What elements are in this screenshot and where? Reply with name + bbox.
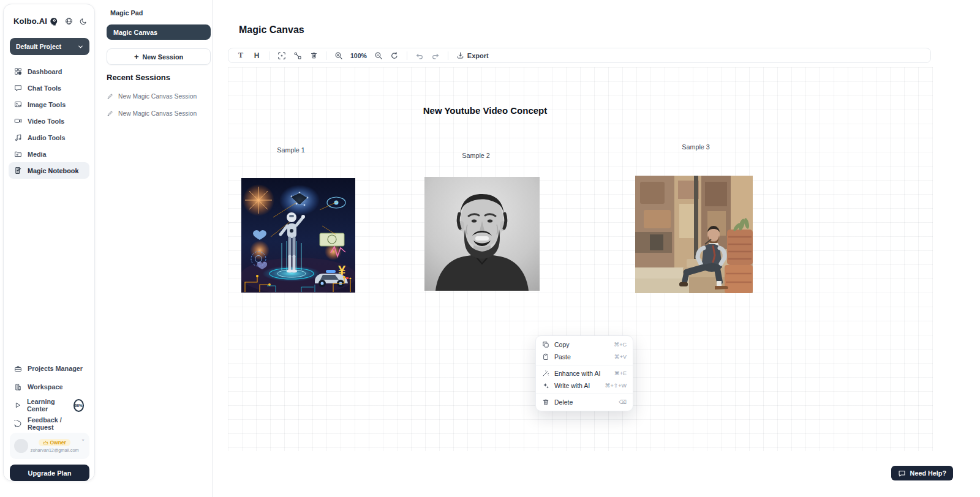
- paste-icon: [542, 353, 549, 361]
- sample-2-label[interactable]: Sample 2: [462, 152, 490, 159]
- upgrade-plan-button[interactable]: Upgrade Plan: [10, 465, 89, 481]
- sidebar-item-label: Dashboard: [28, 68, 62, 75]
- sidebar-item-learning-center[interactable]: Learning Center 66%: [9, 396, 89, 414]
- owner-badge-label: Owner: [50, 439, 66, 446]
- connector-tool-button[interactable]: [291, 50, 304, 61]
- chevron-down-icon: [78, 44, 83, 50]
- folder-icon: [14, 150, 22, 158]
- sidebar: Kolbo.AI Default Project Dashb: [3, 4, 95, 481]
- sidebar-item-chat-tools[interactable]: Chat Tools: [9, 80, 89, 96]
- recent-sessions-title: Recent Sessions: [107, 73, 170, 82]
- sparkles-icon: [542, 382, 549, 389]
- help-chat-icon: [898, 469, 906, 477]
- context-menu-shortcut: ⌘+C: [614, 342, 627, 348]
- sample-1-label[interactable]: Sample 1: [277, 146, 305, 154]
- trash-icon: [542, 398, 549, 406]
- zoom-in-button[interactable]: [332, 50, 345, 61]
- sidebar-item-label: Video Tools: [28, 118, 64, 125]
- image-icon: [14, 100, 22, 108]
- video-camera-icon: [14, 117, 22, 125]
- sidebar-item-image-tools[interactable]: Image Tools: [9, 96, 89, 113]
- context-menu-divider: [536, 365, 633, 365]
- user-email: zoharvan12@gmail.com: [31, 447, 79, 453]
- heading-tool-button[interactable]: H: [250, 50, 263, 61]
- export-button[interactable]: Export: [454, 51, 491, 59]
- page-title: Magic Canvas: [239, 24, 304, 36]
- sidebar-nav: Dashboard Chat Tools Image Tools Video T…: [9, 63, 89, 179]
- sidebar-item-label: Audio Tools: [28, 134, 66, 141]
- undo-button[interactable]: [413, 50, 426, 61]
- sample-3-label[interactable]: Sample 3: [682, 143, 710, 151]
- music-note-icon: [14, 133, 22, 141]
- redo-button[interactable]: [429, 50, 442, 61]
- recent-session-label: New Magic Canvas Session: [118, 93, 197, 100]
- pencil-icon: [107, 93, 113, 100]
- building-icon: [14, 383, 22, 391]
- recent-session-label: New Magic Canvas Session: [118, 110, 197, 117]
- sample-1-image[interactable]: ¥: [241, 178, 355, 293]
- sidebar-item-feedback-request[interactable]: Feedback / Request: [9, 414, 89, 433]
- avatar: [14, 439, 28, 453]
- toolbar-divider: [407, 51, 407, 60]
- sidebar-item-dashboard[interactable]: Dashboard: [9, 63, 89, 80]
- context-menu-shortcut: ⌘+V: [614, 354, 627, 360]
- ai-select-tool-button[interactable]: [275, 50, 288, 61]
- need-help-button[interactable]: Need Help?: [891, 466, 953, 480]
- briefcase-icon: [14, 365, 22, 373]
- canvas-grid[interactable]: New Youtube Video Concept Sample 1 Sampl…: [228, 67, 933, 451]
- pencil-icon: [107, 110, 113, 117]
- sidebar-item-magic-notebook[interactable]: Magic Notebook: [9, 162, 89, 179]
- recent-session-item[interactable]: New Magic Canvas Session: [107, 93, 197, 100]
- language-globe-icon[interactable]: [65, 17, 73, 25]
- sidebar-item-label: Workspace: [28, 383, 62, 390]
- notebook-pen-icon: [14, 166, 22, 174]
- chevron-small-icon: ⌄: [81, 436, 85, 442]
- chat-icon: [14, 84, 22, 92]
- new-session-button[interactable]: + New Session: [107, 48, 211, 65]
- sidebar-item-label: Projects Manager: [28, 365, 83, 372]
- sample-2-image[interactable]: [424, 177, 540, 291]
- sidebar-item-audio-tools[interactable]: Audio Tools: [9, 129, 89, 146]
- sidebar-item-media[interactable]: Media: [9, 146, 89, 162]
- sidebar-item-projects-manager[interactable]: Projects Manager: [9, 359, 89, 378]
- sidebar-item-label: Learning Center: [27, 398, 67, 413]
- new-session-label: New Session: [142, 53, 183, 61]
- zoom-out-button[interactable]: [372, 50, 385, 61]
- session-panel: Magic Pad Magic Canvas + New Session Rec…: [98, 0, 213, 497]
- context-menu-label: Copy: [554, 341, 609, 348]
- project-selector[interactable]: Default Project: [10, 38, 89, 55]
- dashboard-icon: [14, 67, 22, 75]
- reset-view-button[interactable]: [388, 50, 401, 61]
- sidebar-item-video-tools[interactable]: Video Tools: [9, 113, 89, 129]
- toolbar-divider: [448, 51, 448, 60]
- panel-item-magic-pad[interactable]: Magic Pad: [110, 9, 143, 17]
- sample-3-image[interactable]: [635, 176, 753, 293]
- magic-wand-icon: [542, 370, 549, 377]
- sidebar-item-label: Image Tools: [28, 101, 66, 108]
- toolbar-divider: [326, 51, 326, 60]
- text-tool-button[interactable]: T: [234, 50, 247, 61]
- dark-mode-moon-icon[interactable]: [80, 18, 87, 25]
- canvas-heading-text[interactable]: New Youtube Video Concept: [423, 105, 548, 116]
- context-menu-shortcut: ⌫: [619, 399, 627, 405]
- context-menu-item-write-with-ai[interactable]: Write with AI ⌘+⇧+W: [536, 379, 633, 392]
- sidebar-item-label: Feedback / Request: [28, 416, 84, 431]
- context-menu-item-paste[interactable]: Paste ⌘+V: [536, 351, 633, 363]
- panel-item-magic-canvas[interactable]: Magic Canvas: [107, 24, 211, 40]
- sidebar-item-workspace[interactable]: Workspace: [9, 378, 89, 396]
- need-help-label: Need Help?: [910, 469, 946, 477]
- user-account-card[interactable]: Owner zoharvan12@gmail.com ⌄: [10, 433, 89, 459]
- context-menu-label: Delete: [554, 398, 614, 406]
- download-icon: [456, 51, 464, 59]
- context-menu-label: Write with AI: [554, 382, 600, 389]
- brand-logo: Kolbo.AI: [13, 17, 47, 26]
- project-selector-label: Default Project: [16, 43, 61, 50]
- context-menu-item-delete[interactable]: Delete ⌫: [536, 396, 633, 408]
- context-menu-item-enhance-with-ai[interactable]: Enhance with AI ⌘+E: [536, 367, 633, 379]
- toolbar-divider: [269, 51, 270, 60]
- recent-session-item[interactable]: New Magic Canvas Session: [107, 110, 197, 117]
- delete-tool-button[interactable]: [307, 50, 320, 61]
- export-label: Export: [467, 52, 489, 59]
- context-menu-item-copy[interactable]: Copy ⌘+C: [536, 338, 633, 351]
- learning-progress-badge: 66%: [74, 399, 84, 412]
